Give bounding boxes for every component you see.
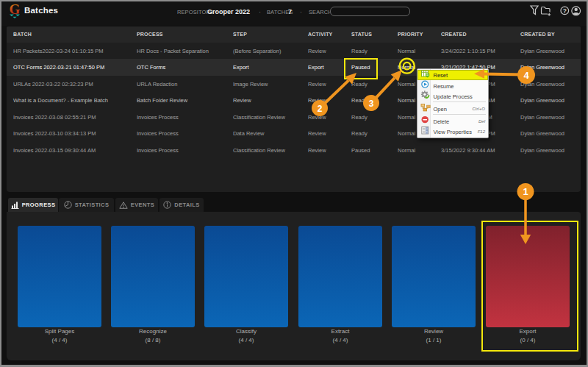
- svg-text:2: 2: [318, 104, 323, 114]
- svg-text:4: 4: [523, 70, 529, 81]
- svg-text:3: 3: [369, 99, 374, 109]
- svg-text:1: 1: [523, 186, 528, 197]
